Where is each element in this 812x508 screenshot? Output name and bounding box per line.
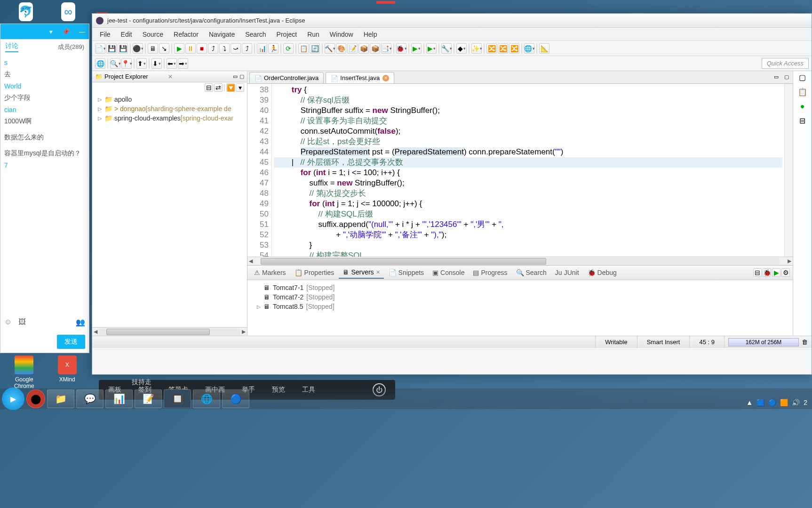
progress-tab[interactable]: ▤Progress [469, 267, 511, 278]
coverage-icon[interactable]: 📊 [257, 43, 267, 54]
console-tab[interactable]: ▣Console [429, 267, 468, 278]
next-icon[interactable]: ⬇▾ [151, 58, 162, 69]
pin-icon[interactable]: 📌 [62, 28, 70, 35]
server-item[interactable]: ▷ 🖥 Tomcat8.5 [Stopped] [257, 302, 783, 311]
debug-icon[interactable]: 🐞▾ [396, 43, 406, 54]
prev-icon[interactable]: ⬆▾ [136, 58, 147, 69]
taskbar-app[interactable]: 📝 [135, 389, 162, 408]
pause-icon[interactable]: ⏸ [185, 43, 196, 54]
perspective-icon[interactable]: 📐 [539, 43, 549, 54]
paint-icon[interactable]: 🎨 [336, 43, 346, 54]
taskbar-explorer[interactable]: 📁 [47, 389, 74, 408]
dropdown-icon[interactable]: ▾ [49, 28, 53, 35]
chat-tab-discuss[interactable]: 讨论 [5, 42, 18, 52]
outline-icon[interactable]: 📋 [798, 88, 807, 97]
debug-tab[interactable]: 🐞Debug [584, 267, 621, 278]
package-icon[interactable]: 📦 [370, 43, 380, 54]
scroll-left-icon[interactable]: ◀ [247, 258, 254, 264]
title-bar[interactable]: jee-test - configuration/src/test/java/c… [92, 14, 812, 28]
scrollbar-thumb[interactable] [261, 258, 546, 265]
menu-edit[interactable]: Edit [116, 29, 137, 40]
desktop-app-icon[interactable]: 🐬 [19, 2, 33, 21]
save-all-icon[interactable]: 💾 [118, 43, 128, 54]
image-icon[interactable]: 🖼 [18, 318, 28, 327]
properties-tab[interactable]: 📋Properties [291, 267, 338, 278]
tree-item[interactable]: ▷ 📁 > dongnao [sharding-sphere-example d… [93, 104, 246, 113]
tray-icon[interactable]: 🟦 [756, 399, 764, 406]
taskbar-app[interactable]: 🔵 [222, 389, 249, 408]
vertical-scrollbar[interactable] [784, 84, 793, 257]
scrollbar-track[interactable] [261, 258, 780, 265]
server-item[interactable]: 🖥 Tomcat7-2 [Stopped] [257, 292, 783, 302]
step-return-icon[interactable]: ⤴ [242, 43, 252, 54]
editor-tab[interactable]: 📄 OrderController.java [249, 72, 324, 83]
desktop-app-icon[interactable]: ∞ [61, 2, 75, 21]
menu-search[interactable]: Search [240, 29, 271, 40]
menu-run[interactable]: Run [303, 29, 324, 40]
back-icon[interactable]: ⬅▾ [167, 58, 177, 69]
menu-project[interactable]: Project [272, 29, 302, 40]
stop-icon[interactable]: ■ [197, 43, 207, 54]
save-icon[interactable]: 💾 [106, 43, 117, 54]
search-icon[interactable]: 🔍▾ [110, 58, 120, 69]
menu-icon[interactable]: ▾ [236, 83, 244, 92]
snippets-tab[interactable]: 📄Snippets [385, 267, 428, 278]
gc-icon[interactable]: 🗑 [802, 339, 808, 346]
filter-icon[interactable]: 📑▾ [381, 43, 391, 54]
taskbar-chrome[interactable]: 🌐 [193, 389, 220, 408]
taskbar-app[interactable]: 💬 [76, 389, 103, 408]
tray-icon[interactable]: 🔵 [768, 399, 776, 406]
minimize-icon[interactable]: ⊟ [799, 116, 805, 125]
servers-tab[interactable]: 🖥Servers✕ [339, 266, 383, 279]
minimize-icon[interactable]: ▭ [233, 73, 238, 80]
profile-icon[interactable]: ⚙ [781, 268, 790, 277]
run-icon[interactable]: ▶▾ [411, 43, 422, 54]
step-into-icon[interactable]: ⤵ [219, 43, 230, 54]
launch-icon[interactable]: ⟳ [283, 43, 294, 54]
memory-indicator[interactable]: 162M of 256M [728, 338, 799, 347]
junit-tab[interactable]: JuJUnit [551, 267, 583, 278]
taskbar-app[interactable]: 🔲 [164, 389, 191, 408]
menu-window[interactable]: Window [325, 29, 358, 40]
tab-close-icon[interactable]: ✕ [382, 75, 389, 81]
scroll-left-icon[interactable]: ◀ [92, 329, 99, 335]
new-icon[interactable]: 📄▾ [95, 43, 105, 54]
minimize-icon[interactable]: ▭ [772, 72, 780, 83]
toggle-icon[interactable]: 📋 [298, 43, 309, 54]
build-icon[interactable]: 🔨▾ [325, 43, 335, 54]
scrollbar-thumb[interactable] [106, 329, 210, 335]
markers-tab[interactable]: ⚠Markers [250, 267, 290, 278]
task-icon[interactable]: ● [800, 102, 805, 111]
taskbar-app[interactable]: 📊 [105, 389, 133, 408]
class-icon[interactable]: 📦 [358, 43, 369, 54]
quick-access-input[interactable]: Quick Access [762, 58, 809, 69]
emoji-icon[interactable]: ☺ [4, 318, 14, 327]
scroll-right-icon[interactable]: ▶ [240, 329, 247, 335]
external-icon[interactable]: 🔧▾ [441, 43, 452, 54]
menu-refactor[interactable]: Refactor [169, 29, 203, 40]
start-button[interactable]: ▶ [2, 387, 24, 410]
browser-icon[interactable]: 🌐 [95, 58, 105, 69]
view-close-icon[interactable]: ✕ [168, 73, 173, 80]
chrome-shortcut[interactable]: Google Chrome [14, 355, 34, 389]
debug-run-icon[interactable]: ▶ [174, 43, 184, 54]
coverage-run-icon[interactable]: ▶▾ [426, 43, 437, 54]
tree-item[interactable]: ▷ 📁 spring-cloud-examples [spring-cloud-… [93, 113, 246, 123]
tray-up-icon[interactable]: ▲ [746, 399, 753, 406]
menu-file[interactable]: File [95, 29, 115, 40]
server-item[interactable]: 🖥 Tomcat7-1 [Stopped] [257, 283, 783, 292]
editor-tab-active[interactable]: 📄 InsertTest.java ✕ [326, 72, 394, 83]
drop-icon[interactable]: ◆▾ [456, 43, 467, 54]
open-type-icon[interactable]: 🖥 [148, 43, 158, 54]
collapse-icon[interactable]: ⊟ [205, 83, 213, 92]
menu-navigate[interactable]: Navigate [204, 29, 239, 40]
new-wizard-icon[interactable]: ✨▾ [471, 43, 482, 54]
tree-item[interactable]: ▷ 📁 apollo [93, 95, 246, 104]
minimize-icon[interactable]: — [79, 28, 85, 35]
tray-icon[interactable]: 🟧 [780, 399, 788, 406]
code-editor[interactable]: try { // 保存sql后缀 StringBuffer suffix = n… [272, 84, 784, 257]
xmind-shortcut[interactable]: X XMind [58, 355, 77, 389]
step-over-icon[interactable]: ⤻ [231, 43, 241, 54]
person-icon[interactable]: 👥 [76, 318, 85, 327]
tray-volume-icon[interactable]: 🔊 [792, 399, 800, 406]
